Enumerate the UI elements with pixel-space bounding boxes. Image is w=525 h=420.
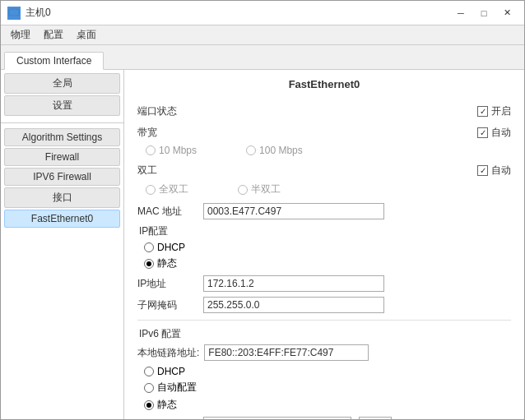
ipv6-dhcp-label: DHCP xyxy=(157,366,185,377)
bandwidth-100mbps-label: 100 Mbps xyxy=(259,145,303,156)
ip-dhcp-row: DHCP xyxy=(144,242,511,253)
window-title: 主机0 xyxy=(26,6,450,20)
btn-ipv6-firewall[interactable]: IPV6 Firewall xyxy=(4,168,120,186)
duplex-radio-group: 全双工 半双工 xyxy=(146,182,511,196)
window-controls: ─ □ ✕ xyxy=(450,5,518,21)
ipv6-address-row: IPv6 地址 / xyxy=(137,417,511,419)
ipv6-config-label: IPv6 配置 xyxy=(137,327,511,341)
duplex-row: 双工 ✓ 自动 xyxy=(137,161,511,179)
subnet-mask-label: 子网掩码 xyxy=(137,298,203,312)
ip-config-section-label: IP配置 xyxy=(137,224,511,238)
duplex-half-label: 半双工 xyxy=(251,182,281,196)
svg-rect-1 xyxy=(12,16,16,17)
ipv6-static-label: 静态 xyxy=(157,398,177,412)
minimize-button[interactable]: ─ xyxy=(450,5,472,21)
mac-input[interactable] xyxy=(203,203,384,219)
main-window: 主机0 ─ □ ✕ 物理 配置 桌面 Custom Interface 全局 设… xyxy=(0,0,525,420)
bandwidth-label: 带宽 xyxy=(137,126,203,140)
port-status-checkbox[interactable]: ✓ xyxy=(477,106,488,117)
sidebar-section-network: Algorithm Settings Firewall IPV6 Firewal… xyxy=(1,125,123,233)
btn-settings[interactable]: 设置 xyxy=(4,95,120,116)
bandwidth-checkbox-area: ✓ 自动 xyxy=(477,126,511,140)
ipv6-address-input[interactable] xyxy=(203,417,351,419)
ipv6-auto-row: 自动配置 xyxy=(144,381,511,395)
port-status-checkbox-label: 开启 xyxy=(491,104,511,118)
ip-static-label: 静态 xyxy=(157,256,177,270)
ipv6-dhcp-row: DHCP xyxy=(144,366,511,377)
bandwidth-100mbps-radio[interactable] xyxy=(246,145,256,155)
close-button[interactable]: ✕ xyxy=(496,5,518,21)
bandwidth-100mbps-option: 100 Mbps xyxy=(246,145,303,156)
bandwidth-checkbox[interactable]: ✓ xyxy=(477,127,488,138)
port-status-checkbox-area: ✓ 开启 xyxy=(477,104,511,118)
bandwidth-10mbps-option: 10 Mbps xyxy=(146,145,197,156)
mac-label: MAC 地址 xyxy=(137,205,203,219)
duplex-full-label: 全双工 xyxy=(159,182,188,196)
content-panel: FastEthernet0 端口状态 ✓ 开启 带宽 ✓ 自 xyxy=(124,70,524,419)
ipv6-auto-label: 自动配置 xyxy=(157,381,197,395)
ipv6-prefix-input[interactable] xyxy=(359,417,392,419)
ip-dhcp-label: DHCP xyxy=(157,242,185,253)
link-local-input[interactable] xyxy=(204,344,369,361)
content-inner: FastEthernet0 端口状态 ✓ 开启 带宽 ✓ 自 xyxy=(124,70,524,419)
btn-firewall[interactable]: Firewall xyxy=(4,148,120,166)
svg-rect-2 xyxy=(11,17,17,18)
port-status-row: 端口状态 ✓ 开启 xyxy=(137,102,511,120)
tab-custom-interface[interactable]: Custom Interface xyxy=(4,52,104,70)
ip-config-section: DHCP 静态 xyxy=(144,242,511,270)
ipv6-static-radio[interactable] xyxy=(144,400,154,410)
ip-dhcp-radio[interactable] xyxy=(144,242,154,252)
panel-title: FastEthernet0 xyxy=(137,78,511,94)
btn-fastethernet[interactable]: FastEthernet0 xyxy=(4,210,120,228)
menu-desktop[interactable]: 桌面 xyxy=(70,26,103,44)
link-local-row: 本地链路地址: xyxy=(137,344,511,361)
btn-interface[interactable]: 接口 xyxy=(4,187,120,208)
mac-row: MAC 地址 xyxy=(137,203,511,219)
duplex-checkbox-area: ✓ 自动 xyxy=(477,164,511,178)
bandwidth-10mbps-radio[interactable] xyxy=(146,145,156,155)
menu-physics[interactable]: 物理 xyxy=(4,26,37,44)
ipv6-dhcp-radio[interactable] xyxy=(144,367,154,376)
bandwidth-checkbox-label: 自动 xyxy=(491,126,511,140)
subnet-mask-row: 子网掩码 xyxy=(137,297,511,313)
ip-address-input[interactable] xyxy=(203,275,384,292)
port-status-label: 端口状态 xyxy=(137,104,203,118)
tab-bar: Custom Interface xyxy=(1,45,524,70)
ipv6-static-row: 静态 xyxy=(144,398,511,412)
duplex-full-radio[interactable] xyxy=(146,185,156,195)
ipv6-auto-radio[interactable] xyxy=(144,383,154,393)
duplex-full-option: 全双工 xyxy=(146,182,188,196)
maximize-button[interactable]: □ xyxy=(473,5,495,21)
btn-algorithm[interactable]: Algorithm Settings xyxy=(4,128,120,146)
app-icon xyxy=(7,7,21,20)
duplex-half-radio[interactable] xyxy=(238,185,248,195)
duplex-checkbox[interactable]: ✓ xyxy=(477,165,488,176)
ip-address-row: IP地址 xyxy=(137,275,511,292)
btn-global[interactable]: 全局 xyxy=(4,73,120,94)
title-bar: 主机0 ─ □ ✕ xyxy=(1,1,524,25)
svg-rect-0 xyxy=(9,9,19,16)
bandwidth-row: 带宽 ✓ 自动 xyxy=(137,123,511,141)
ip-static-row: 静态 xyxy=(144,256,511,270)
sidebar-divider xyxy=(1,122,123,123)
duplex-label: 双工 xyxy=(137,164,203,178)
duplex-half-option: 半双工 xyxy=(238,182,281,196)
sidebar: 全局 设置 Algorithm Settings Firewall IPV6 F… xyxy=(1,70,124,419)
bandwidth-radio-group: 10 Mbps 100 Mbps xyxy=(146,145,511,156)
ip-address-label: IP地址 xyxy=(137,277,203,291)
duplex-checkbox-label: 自动 xyxy=(491,164,511,178)
subnet-mask-input[interactable] xyxy=(203,297,384,313)
link-local-label: 本地链路地址: xyxy=(137,346,199,360)
bandwidth-10mbps-label: 10 Mbps xyxy=(159,145,197,156)
menu-bar: 物理 配置 桌面 xyxy=(1,25,524,45)
ipv6-address-label: IPv6 地址 xyxy=(137,418,203,420)
sidebar-section-global: 全局 设置 xyxy=(1,70,123,121)
menu-config[interactable]: 配置 xyxy=(37,26,70,44)
ip-static-radio[interactable] xyxy=(144,259,154,269)
main-content: 全局 设置 Algorithm Settings Firewall IPV6 F… xyxy=(1,70,524,419)
divider xyxy=(137,320,511,321)
